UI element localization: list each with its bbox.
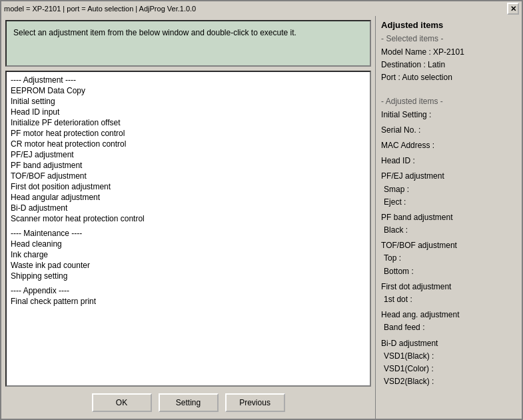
right-panel-item: VSD1(Black) : <box>381 350 516 363</box>
list-item[interactable]: CR motor heat protection control <box>8 139 368 149</box>
list-item[interactable]: Bi-D adjustment <box>8 203 368 213</box>
right-panel: Adjusted items - Selected items - Model … <box>376 16 522 419</box>
port: Port : Auto selection <box>381 71 516 84</box>
right-panel-item: Initial Setting : <box>381 109 516 121</box>
list-item[interactable]: Initialize PF deterioration offset <box>8 117 368 128</box>
list-item[interactable]: Shipping setting <box>8 271 368 281</box>
model-name: Model Name : XP-2101 <box>381 46 516 59</box>
right-panel-item: MAC Address : <box>381 139 516 152</box>
right-panel-item: PF band adjustment <box>381 211 516 224</box>
list-item[interactable]: PF/EJ adjustment <box>8 149 368 160</box>
right-panel-item: Bi-D adjustment <box>381 337 516 350</box>
right-panel-item: Top : <box>381 252 516 265</box>
list-item[interactable]: Scanner motor heat protection control <box>8 213 368 224</box>
right-panel-item: VSD2(Black) : <box>381 375 516 388</box>
list-item[interactable]: Ink charge <box>8 249 368 260</box>
list-scroll[interactable]: ---- Adjustment ----EEPROM Data CopyInit… <box>7 72 370 385</box>
list-item[interactable]: Head cleaning <box>8 239 368 249</box>
setting-button[interactable]: Setting <box>159 393 219 412</box>
right-panel-item: First dot adjustment <box>381 281 516 293</box>
list-item[interactable]: Head ID input <box>8 107 368 117</box>
selected-items-header: - Selected items - <box>381 34 516 43</box>
destination: Destination : Latin <box>381 59 516 71</box>
right-panel-item: Serial No. : <box>381 124 516 137</box>
list-item[interactable]: PF motor heat protection control <box>8 128 368 139</box>
info-text: Select an adjustment item from the below… <box>13 28 296 37</box>
right-panel-item: Head ang. adjustment <box>381 309 516 321</box>
left-panel: Select an adjustment item from the below… <box>1 16 376 419</box>
right-panel-item: Black : <box>381 224 516 237</box>
right-panel-item: 1st dot : <box>381 293 516 306</box>
right-panel-item: TOF/BOF adjustment <box>381 239 516 252</box>
buttons-row: OK Setting Previous <box>5 391 371 415</box>
list-item[interactable]: Waste ink pad counter <box>8 260 368 271</box>
list-item[interactable]: PF band adjustment <box>8 160 368 171</box>
previous-button[interactable]: Previous <box>225 393 285 412</box>
list-item[interactable]: EEPROM Data Copy <box>8 85 368 96</box>
right-panel-item: Head ID : <box>381 155 516 167</box>
list-section-header: ---- Appendix ---- <box>8 285 368 296</box>
right-panel-item: Bottom : <box>381 265 516 278</box>
list-item[interactable]: First dot position adjustment <box>8 181 368 192</box>
list-container: ---- Adjustment ----EEPROM Data CopyInit… <box>5 71 371 387</box>
main-container: Select an adjustment item from the below… <box>0 16 523 420</box>
right-panel-title: Adjusted items <box>381 20 516 30</box>
list-item[interactable]: TOF/BOF adjustment <box>8 171 368 181</box>
list-item[interactable]: Initial setting <box>8 96 368 107</box>
title-bar: model = XP-2101 | port = Auto selection … <box>0 0 523 16</box>
list-item[interactable]: Final check pattern print <box>8 296 368 307</box>
right-panel-item: Eject : <box>381 196 516 209</box>
ok-button[interactable]: OK <box>92 393 152 412</box>
right-panel-item: PF/EJ adjustment <box>381 170 516 183</box>
right-panel-item: VSD1(Color) : <box>381 363 516 375</box>
right-panel-item: Smap : <box>381 183 516 196</box>
list-section-header: ---- Maintenance ---- <box>8 228 368 239</box>
title-bar-text: model = XP-2101 | port = Auto selection … <box>4 5 196 13</box>
info-box: Select an adjustment item from the below… <box>5 20 371 67</box>
adjusted-items-header: - Adjusted items - <box>381 97 516 106</box>
list-section-header: ---- Adjustment ---- <box>8 75 368 85</box>
right-panel-item: Band feed : <box>381 321 516 334</box>
list-item[interactable]: Head angular adjustment <box>8 192 368 203</box>
close-button[interactable]: ✕ <box>507 3 519 15</box>
